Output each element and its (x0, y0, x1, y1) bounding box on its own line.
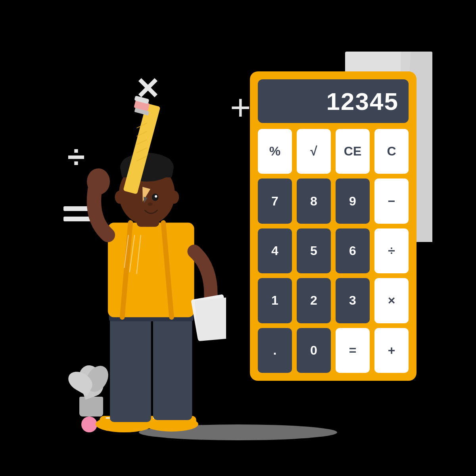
btn-ce[interactable]: CE (336, 129, 370, 174)
btn-6[interactable]: 6 (336, 228, 370, 273)
btn-equals[interactable]: = (336, 328, 370, 373)
svg-point-22 (155, 195, 157, 198)
svg-rect-9 (108, 223, 194, 317)
button-row-5: . 0 = + (258, 328, 409, 373)
btn-0[interactable]: 0 (297, 328, 331, 373)
calculator-buttons: % √ CE C 7 8 9 − 4 5 6 ÷ 1 2 (258, 129, 409, 373)
btn-c[interactable]: C (374, 129, 409, 174)
btn-multiply[interactable]: × (374, 278, 409, 323)
display-value: 12345 (326, 87, 399, 115)
calculator-display: 12345 (258, 79, 409, 123)
button-row-1: % √ CE C (258, 129, 409, 174)
scene: ÷ ✕ + 12345 % √ CE C (20, 20, 456, 456)
button-row-4: 1 2 3 × (258, 278, 409, 323)
svg-point-20 (169, 190, 179, 203)
svg-rect-15 (194, 298, 226, 341)
btn-sqrt[interactable]: √ (297, 129, 331, 174)
btn-plus[interactable]: + (374, 328, 409, 373)
btn-minus[interactable]: − (374, 178, 409, 223)
button-row-2: 7 8 9 − (258, 178, 409, 223)
btn-4[interactable]: 4 (258, 228, 292, 273)
btn-8[interactable]: 8 (297, 178, 331, 223)
calculator: 12345 % √ CE C 7 8 9 − 4 5 6 ÷ (250, 71, 416, 381)
person-illustration (60, 95, 226, 432)
btn-3[interactable]: 3 (336, 278, 370, 323)
svg-rect-6 (110, 313, 151, 422)
btn-percent[interactable]: % (258, 129, 292, 174)
btn-divide[interactable]: ÷ (374, 228, 409, 273)
svg-point-13 (87, 169, 110, 195)
svg-point-19 (115, 190, 125, 203)
btn-2[interactable]: 2 (297, 278, 331, 323)
svg-rect-7 (153, 313, 192, 420)
button-row-3: 4 5 6 ÷ (258, 228, 409, 273)
btn-dot[interactable]: . (258, 328, 292, 373)
btn-5[interactable]: 5 (297, 228, 331, 273)
svg-point-23 (148, 203, 152, 206)
btn-9[interactable]: 9 (336, 178, 370, 223)
plus-symbol: + (230, 87, 251, 128)
btn-7[interactable]: 7 (258, 178, 292, 223)
btn-1[interactable]: 1 (258, 278, 292, 323)
